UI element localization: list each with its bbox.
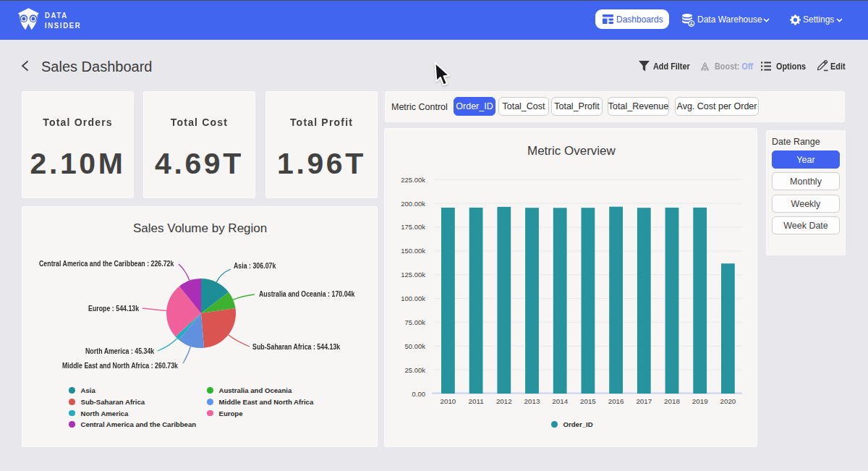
svg-text:2016: 2016 bbox=[608, 397, 624, 405]
svg-text:2014: 2014 bbox=[552, 397, 568, 405]
svg-text:2020: 2020 bbox=[720, 397, 736, 405]
svg-text:150.00k: 150.00k bbox=[401, 247, 425, 255]
svg-text:75.00k: 75.00k bbox=[404, 318, 425, 326]
svg-text:2012: 2012 bbox=[496, 397, 512, 405]
svg-text:25.00k: 25.00k bbox=[404, 366, 425, 374]
svg-text:2013: 2013 bbox=[524, 397, 540, 405]
svg-text:2015: 2015 bbox=[580, 397, 596, 405]
svg-text:2011: 2011 bbox=[469, 397, 484, 405]
svg-text:2010: 2010 bbox=[441, 397, 456, 405]
svg-text:2018: 2018 bbox=[664, 397, 680, 405]
svg-text:2019: 2019 bbox=[692, 397, 708, 405]
svg-text:225.00k: 225.00k bbox=[401, 176, 425, 184]
svg-text:175.00k: 175.00k bbox=[401, 223, 425, 231]
svg-text:200.00k: 200.00k bbox=[401, 200, 425, 208]
svg-text:125.00k: 125.00k bbox=[401, 271, 425, 279]
svg-text:0.00: 0.00 bbox=[412, 390, 426, 398]
svg-text:2017: 2017 bbox=[636, 397, 652, 405]
svg-text:50.00k: 50.00k bbox=[404, 342, 425, 350]
svg-text:100.00k: 100.00k bbox=[401, 294, 425, 302]
